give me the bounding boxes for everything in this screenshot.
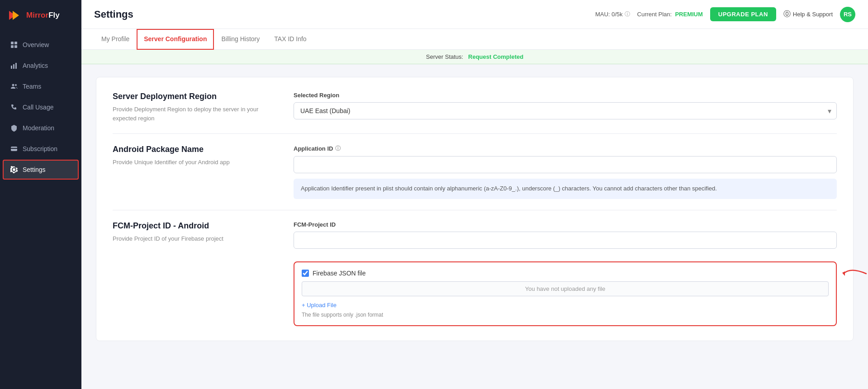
sidebar-item-call-usage-label: Call Usage bbox=[23, 104, 53, 111]
svg-rect-3 bbox=[11, 42, 14, 44]
sidebar-item-analytics-label: Analytics bbox=[23, 62, 48, 69]
sidebar-item-call-usage[interactable]: Call Usage bbox=[3, 97, 79, 117]
upload-file-link[interactable]: + Upload File bbox=[302, 302, 337, 308]
status-banner: Server Status: Request Completed bbox=[81, 50, 868, 64]
header: Settings MAU: 0/5k ⓘ Current Plan: PREMI… bbox=[81, 0, 868, 29]
fcm-section: FCM-Project ID - Android Provide Project… bbox=[113, 221, 837, 326]
main-content: Server Deployment Region Provide Deploym… bbox=[81, 64, 868, 389]
sidebar-item-moderation[interactable]: Moderation bbox=[3, 118, 79, 138]
svg-rect-5 bbox=[11, 45, 14, 48]
svg-rect-8 bbox=[13, 64, 14, 69]
region-field-label: Selected Region bbox=[294, 92, 837, 99]
svg-rect-6 bbox=[14, 45, 17, 48]
sidebar-item-analytics[interactable]: Analytics bbox=[3, 56, 79, 76]
fcm-section-right: FCM-Project ID Firebase JSON file You ha… bbox=[294, 221, 837, 326]
grid-icon bbox=[10, 41, 18, 49]
deployment-section-left: Server Deployment Region Provide Deploym… bbox=[113, 92, 266, 123]
sidebar-item-moderation-label: Moderation bbox=[23, 124, 54, 132]
credit-card-icon bbox=[10, 145, 18, 153]
sidebar-item-subscription[interactable]: Subscription bbox=[3, 139, 79, 159]
upgrade-plan-button[interactable]: UPGRADE PLAN bbox=[710, 7, 776, 21]
upload-format-text: The file supports only .json format bbox=[302, 312, 829, 318]
header-right: MAU: 0/5k ⓘ Current Plan: PREMIUM UPGRAD… bbox=[595, 7, 855, 22]
fcm-desc: Provide Project ID of your Firebase proj… bbox=[113, 234, 266, 243]
svg-marker-14 bbox=[842, 271, 845, 276]
svg-rect-7 bbox=[11, 66, 12, 69]
tabs-bar: My Profile Server Configuration Billing … bbox=[81, 29, 868, 50]
deployment-section: Server Deployment Region Provide Deploym… bbox=[113, 92, 837, 123]
sidebar-item-settings-label: Settings bbox=[23, 166, 46, 173]
logo-text: MirrorFly bbox=[26, 11, 60, 20]
android-title: Android Package Name bbox=[113, 145, 266, 154]
region-select-wrapper: UAE East (Dubai) bbox=[294, 102, 837, 119]
gear-icon bbox=[10, 166, 18, 174]
sidebar-item-overview-label: Overview bbox=[23, 41, 49, 48]
app-id-info-icon[interactable]: ⓘ bbox=[335, 145, 341, 152]
firebase-json-checkbox[interactable] bbox=[302, 270, 309, 277]
tab-my-profile[interactable]: My Profile bbox=[94, 29, 137, 50]
main-area: Settings MAU: 0/5k ⓘ Current Plan: PREMI… bbox=[81, 0, 868, 389]
sidebar-item-teams-label: Teams bbox=[23, 83, 41, 90]
tab-billing-history[interactable]: Billing History bbox=[214, 29, 267, 50]
sidebar-nav: Overview Analytics Teams Call Usage Mode bbox=[0, 31, 81, 389]
divider-2 bbox=[113, 210, 837, 210]
region-select[interactable]: UAE East (Dubai) bbox=[294, 102, 837, 119]
help-circle-icon: ⓪ bbox=[783, 9, 791, 19]
deployment-title: Server Deployment Region bbox=[113, 92, 266, 101]
shield-icon bbox=[10, 124, 18, 132]
app-id-info-box: Application Identifier present in plist … bbox=[294, 179, 837, 199]
mau-info: MAU: 0/5k ⓘ bbox=[595, 10, 630, 18]
sidebar-item-teams[interactable]: Teams bbox=[3, 76, 79, 96]
firebase-json-checkbox-row: Firebase JSON file bbox=[302, 270, 829, 277]
settings-card: Server Deployment Region Provide Deploym… bbox=[96, 77, 854, 341]
plan-value: PREMIUM bbox=[675, 11, 702, 18]
bar-chart-icon bbox=[10, 62, 18, 70]
current-plan: Current Plan: PREMIUM bbox=[637, 11, 703, 18]
page-title: Settings bbox=[94, 9, 133, 20]
svg-point-10 bbox=[12, 84, 14, 86]
help-support-button[interactable]: ⓪ Help & Support bbox=[783, 9, 833, 19]
tab-server-configuration[interactable]: Server Configuration bbox=[137, 29, 214, 50]
fcm-upload-box: Firebase JSON file You have not uploaded… bbox=[294, 261, 837, 326]
logo-icon bbox=[6, 7, 23, 24]
arrow-icon bbox=[841, 265, 868, 283]
app-id-label: Application ID ⓘ bbox=[294, 145, 837, 152]
mau-value: MAU: 0/5k bbox=[595, 11, 623, 18]
fcm-project-id-label: FCM-Project ID bbox=[294, 221, 837, 228]
deployment-desc: Provide Deployment Region to deploy the … bbox=[113, 105, 266, 123]
svg-rect-4 bbox=[14, 42, 17, 44]
android-section-left: Android Package Name Provide Unique Iden… bbox=[113, 145, 266, 167]
sidebar-item-subscription-label: Subscription bbox=[23, 145, 57, 152]
firebase-json-label: Firebase JSON file bbox=[313, 270, 365, 277]
users-icon bbox=[10, 82, 18, 90]
fcm-title: FCM-Project ID - Android bbox=[113, 221, 266, 231]
divider-1 bbox=[113, 133, 837, 134]
fcm-project-id-input[interactable] bbox=[294, 232, 837, 249]
svg-point-11 bbox=[15, 84, 17, 86]
fcm-section-left: FCM-Project ID - Android Provide Project… bbox=[113, 221, 266, 243]
logo: MirrorFly bbox=[0, 0, 81, 31]
sidebar-item-settings[interactable]: Settings bbox=[3, 160, 79, 180]
deployment-section-right: Selected Region UAE East (Dubai) bbox=[294, 92, 837, 119]
upload-status: You have not uploaded any file bbox=[302, 281, 829, 296]
phone-icon bbox=[10, 103, 18, 111]
avatar: RS bbox=[840, 7, 855, 22]
status-value: Request Completed bbox=[468, 53, 523, 60]
tab-tax-id-info[interactable]: TAX ID Info bbox=[267, 29, 313, 50]
mau-info-icon[interactable]: ⓘ bbox=[625, 10, 630, 18]
annotation-arrow: Browse and upload your JSON file here bbox=[841, 264, 868, 283]
svg-rect-13 bbox=[11, 148, 17, 149]
android-section-right: Application ID ⓘ Application Identifier … bbox=[294, 145, 837, 199]
svg-rect-9 bbox=[15, 63, 17, 69]
sidebar-item-overview[interactable]: Overview bbox=[3, 35, 79, 55]
android-desc: Provide Unique Identifier of your Androi… bbox=[113, 158, 266, 167]
status-label: Server Status: bbox=[426, 53, 463, 60]
sidebar: MirrorFly Overview Analytics Teams bbox=[0, 0, 81, 389]
android-package-section: Android Package Name Provide Unique Iden… bbox=[113, 145, 837, 199]
app-id-input[interactable] bbox=[294, 156, 837, 173]
